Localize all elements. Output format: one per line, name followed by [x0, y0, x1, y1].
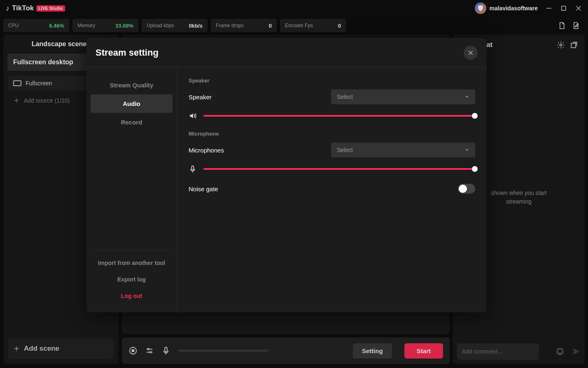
noise-gate-label: Noise gate — [189, 185, 218, 192]
select-value: Select — [337, 94, 353, 100]
mic-section-label: Microphone — [189, 131, 475, 137]
chevron-down-icon — [464, 148, 469, 152]
close-icon — [467, 49, 474, 56]
slider-thumb[interactable] — [472, 166, 478, 172]
import-link[interactable]: Import from another tool — [91, 255, 173, 271]
mic-select[interactable]: Select — [331, 143, 475, 157]
tab-audio[interactable]: Audio — [91, 94, 173, 113]
mic-volume-slider[interactable] — [203, 168, 475, 170]
export-log-link[interactable]: Export log — [91, 271, 173, 288]
svg-rect-23 — [192, 166, 194, 170]
speaker-select[interactable]: Select — [331, 89, 475, 104]
noise-gate-row: Noise gate — [189, 184, 475, 194]
mic-volume-row — [189, 165, 475, 173]
modal-sidebar: Stream Quality Audio Record Import from … — [86, 68, 177, 312]
toggle-knob — [459, 185, 467, 193]
modal-content-audio: Speaker Speaker Select Microphone Microp… — [177, 68, 487, 312]
mic-icon[interactable] — [189, 165, 197, 173]
modal-close-button[interactable] — [464, 46, 478, 60]
logout-link[interactable]: Log out — [91, 288, 173, 304]
stream-setting-modal: Stream setting Stream Quality Audio Reco… — [86, 38, 487, 312]
modal-body: Stream Quality Audio Record Import from … — [86, 68, 487, 312]
noise-gate-toggle[interactable] — [458, 184, 475, 194]
slider-thumb[interactable] — [472, 113, 478, 119]
speaker-volume-row — [189, 112, 475, 120]
mic-label: Microphones — [189, 147, 224, 154]
divider — [93, 250, 170, 251]
speaker-label: Speaker — [189, 94, 212, 101]
tab-record[interactable]: Record — [91, 113, 173, 131]
tab-stream-quality[interactable]: Stream Quality — [91, 76, 173, 94]
speaker-volume-slider[interactable] — [203, 115, 475, 117]
select-value: Select — [337, 147, 353, 153]
modal-title: Stream setting — [96, 47, 159, 58]
mic-row: Microphones Select — [189, 143, 475, 157]
chevron-down-icon — [464, 94, 469, 99]
speaker-section-label: Speaker — [189, 77, 475, 84]
modal-header: Stream setting — [86, 38, 487, 68]
speaker-row: Speaker Select — [189, 89, 475, 104]
volume-icon[interactable] — [189, 112, 197, 120]
